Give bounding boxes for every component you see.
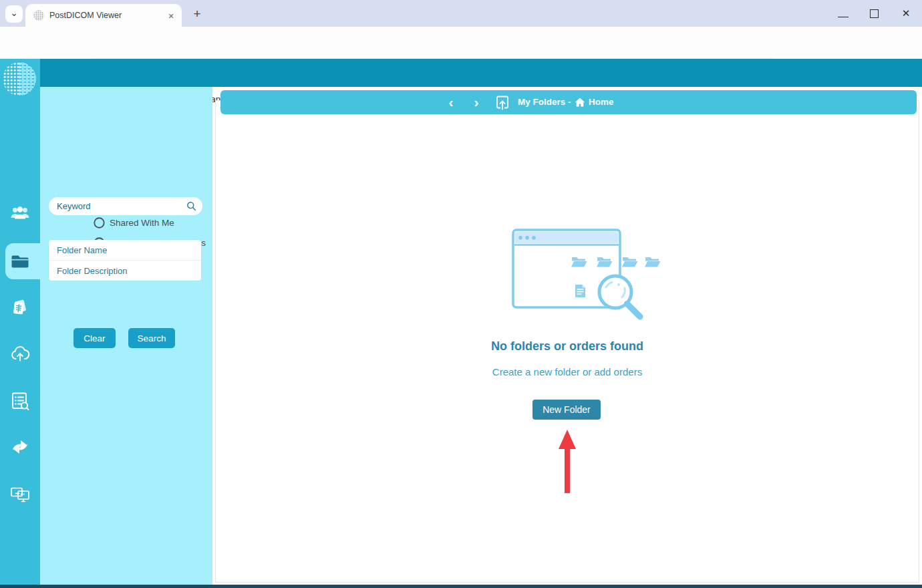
brain-logo-icon [0, 59, 40, 99]
filter-label: Shared With Me [110, 218, 174, 228]
breadcrumb-bar: ‹ › My Folders - Home [220, 90, 917, 114]
search-icon[interactable] [186, 200, 197, 212]
imaging-studies-icon[interactable] [9, 297, 31, 318]
filter-sidebar: My Folders Shared With Me Shared With My… [40, 87, 212, 588]
folder-filter-fields [49, 240, 201, 281]
move-up-folder-icon[interactable] [494, 94, 510, 110]
empty-state-title: No folders or orders found [215, 339, 919, 353]
document-glyph [575, 285, 585, 297]
clear-button[interactable]: Clear [73, 328, 116, 348]
keyword-search-box [49, 197, 202, 215]
empty-folders-illustration [512, 226, 664, 326]
folder-name-field[interactable] [49, 240, 201, 260]
folders-icon[interactable] [9, 251, 31, 272]
new-folder-button[interactable]: New Folder [532, 400, 601, 420]
home-icon[interactable] [574, 96, 586, 108]
app-bottom-border [0, 585, 922, 588]
breadcrumb-path[interactable]: My Folders - [518, 97, 571, 107]
annotation-arrow-up [555, 428, 580, 495]
radio-unselected-icon [94, 217, 105, 229]
search-button[interactable]: Search [128, 328, 175, 348]
tab-title: PostDICOM Viewer [49, 11, 156, 20]
device-transfer-icon[interactable] [9, 483, 31, 504]
folder-description-field[interactable] [49, 261, 201, 281]
magnifier-glyph [599, 276, 640, 317]
tab-search-button[interactable]: ⌄ [5, 5, 23, 23]
app-header: postDICOM Folders [0, 59, 922, 87]
breadcrumb-forward-icon[interactable]: › [469, 94, 484, 110]
share-sync-icon[interactable] [9, 436, 31, 458]
window-close-button[interactable]: ✕ [901, 8, 911, 19]
breadcrumb-back-icon[interactable]: ‹ [444, 94, 458, 110]
browser-tab-strip: ⌄ PostDICOM Viewer ✕ + ✕ [0, 0, 922, 27]
keyword-input[interactable] [57, 197, 184, 215]
window-minimize-button[interactable] [838, 8, 849, 17]
breadcrumb-home[interactable]: Home [589, 97, 614, 107]
order-search-icon[interactable] [9, 390, 31, 412]
browser-tab[interactable]: PostDICOM Viewer ✕ [25, 4, 182, 27]
tab-close-icon[interactable]: ✕ [166, 11, 176, 21]
browser-toolbar: germany.postdicom.com/Viewer/Main ⋮ [0, 27, 922, 59]
new-tab-button[interactable]: + [189, 6, 205, 22]
filter-shared-with-me[interactable]: Shared With Me [94, 216, 174, 229]
patients-group-icon[interactable] [9, 202, 31, 223]
cloud-upload-icon[interactable] [9, 343, 31, 364]
empty-state-subtitle: Create a new folder or add orders [215, 366, 919, 378]
window-maximize-button[interactable] [870, 9, 879, 18]
postdicom-favicon [33, 10, 44, 21]
navigation-rail [0, 59, 40, 588]
